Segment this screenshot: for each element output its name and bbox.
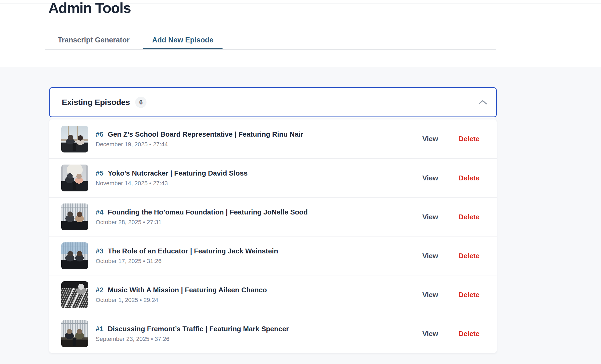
episode-number: #2 [96,286,103,294]
episode-info: #6Gen Z’s School Board Representative | … [96,130,421,148]
episode-list: #6Gen Z’s School Board Representative | … [49,119,497,353]
view-button[interactable]: View [421,328,439,340]
episode-row-5: #1Discussing Fremont’s Traffic | Featuri… [49,314,497,353]
episode-meta: October 1, 2025 • 29:24 [96,297,421,304]
episode-title-text: Founding the Ho’omau Foundation | Featur… [108,208,308,216]
episode-title-text: Discussing Fremont’s Traffic | Featuring… [108,325,289,333]
episode-thumbnail [61,126,88,152]
episode-row-2: #4Founding the Ho’omau Foundation | Feat… [49,197,497,236]
episode-thumbnail [61,242,88,269]
episode-info: #3The Role of an Educator | Featuring Ja… [96,247,421,265]
episode-title: #5Yoko’s Nutcracker | Featuring David Sl… [96,169,421,177]
page-header: Admin Tools Transcript Generator Add New… [0,0,601,67]
delete-button[interactable]: Delete [457,328,481,340]
episode-title-text: The Role of an Educator | Featuring Jack… [108,247,278,255]
view-button[interactable]: View [421,172,439,184]
episode-number: #3 [96,247,103,255]
delete-button[interactable]: Delete [457,133,481,145]
tab-bar: Transcript Generator Add New Episode [49,30,223,49]
episode-meta: November 14, 2025 • 27:43 [96,180,421,187]
episode-info: #1Discussing Fremont’s Traffic | Featuri… [96,325,421,343]
episode-title-text: Music With A Mission | Featuring Aileen … [108,286,267,294]
view-button[interactable]: View [421,133,439,145]
episode-title: #2Music With A Mission | Featuring Ailee… [96,286,421,294]
chevron-up-icon[interactable] [478,100,487,105]
episode-thumbnail [61,165,88,191]
episode-title: #6Gen Z’s School Board Representative | … [96,130,421,139]
episode-title-text: Gen Z’s School Board Representative | Fe… [108,130,303,138]
episode-number: #4 [96,208,103,216]
tab-transcript-generator[interactable]: Transcript Generator [49,30,139,49]
episode-meta: September 23, 2025 • 37:26 [96,336,421,343]
existing-episodes-accordion-header[interactable]: Existing Episodes 6 [49,87,497,117]
episode-count-badge: 6 [135,97,146,108]
view-button[interactable]: View [421,250,439,262]
accordion-title: Existing Episodes [62,98,130,107]
tab-add-new-episode[interactable]: Add New Episode [143,30,223,49]
episode-meta: October 17, 2025 • 31:26 [96,258,421,265]
episode-info: #2Music With A Mission | Featuring Ailee… [96,286,421,304]
episode-info: #4Founding the Ho’omau Foundation | Feat… [96,208,421,226]
episode-title: #4Founding the Ho’omau Foundation | Feat… [96,208,421,216]
delete-button[interactable]: Delete [457,250,481,262]
episode-title-text: Yoko’s Nutcracker | Featuring David Slos… [108,169,248,177]
episode-number: #1 [96,325,103,333]
episode-title: #3The Role of an Educator | Featuring Ja… [96,247,421,255]
page-title: Admin Tools [48,0,131,17]
episode-row-0: #6Gen Z’s School Board Representative | … [49,119,497,158]
view-button[interactable]: View [421,289,439,301]
episode-number: #6 [96,130,103,138]
episode-meta: December 19, 2025 • 27:44 [96,141,421,148]
episode-title: #1Discussing Fremont’s Traffic | Featuri… [96,325,421,333]
episode-row-3: #3The Role of an Educator | Featuring Ja… [49,236,497,275]
delete-button[interactable]: Delete [457,172,481,184]
episode-info: #5Yoko’s Nutcracker | Featuring David Sl… [96,169,421,187]
tab-bar-divider [45,49,496,50]
episode-thumbnail [61,320,88,347]
view-button[interactable]: View [421,211,439,223]
episode-thumbnail [61,203,88,230]
episode-row-1: #5Yoko’s Nutcracker | Featuring David Sl… [49,158,497,197]
episode-number: #5 [96,169,103,177]
delete-button[interactable]: Delete [457,211,481,223]
episode-row-4: #2Music With A Mission | Featuring Ailee… [49,275,497,314]
episode-thumbnail [61,281,88,308]
delete-button[interactable]: Delete [457,289,481,301]
episode-meta: October 28, 2025 • 27:31 [96,219,421,226]
